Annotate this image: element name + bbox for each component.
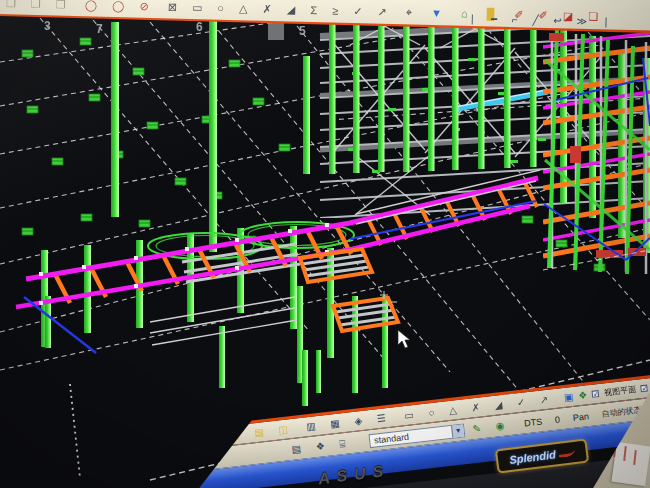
platform-frames	[300, 249, 398, 331]
svg-text:6: 6	[196, 20, 203, 34]
view-plane-label: 视图平面	[604, 384, 637, 399]
splendid-sticker-text: Splendid	[509, 448, 557, 466]
render-icons[interactable]: ✎ ◉	[472, 419, 511, 434]
paper-slip	[611, 442, 650, 486]
svg-text:5: 5	[299, 24, 306, 38]
mouse-cursor-icon	[398, 330, 410, 348]
status-count: 0	[554, 414, 560, 425]
chevron-down-icon[interactable]: ▾	[451, 424, 464, 437]
clash-check-icons[interactable]: ◯ ◯ ⊘	[85, 0, 155, 12]
monitor-photo: 3 7 6 5	[0, 0, 650, 488]
file-tools-icons[interactable]: ❐ ❐ ❐	[6, 0, 72, 10]
svg-text:7: 7	[96, 22, 103, 36]
view-plane-checkbox[interactable]: ✓	[592, 390, 600, 398]
svg-text:3: 3	[44, 19, 51, 33]
ortho-btn-icon[interactable]: ❖	[578, 389, 588, 401]
filter-icon[interactable]: ▼	[431, 7, 448, 19]
search-icon[interactable]: ⌖	[406, 6, 418, 18]
beam-create-icons[interactable]: ❘ ━ ⌐ ╱ ↩ ≫ ❘	[468, 13, 616, 27]
plane-btn-icon[interactable]: ▣	[563, 391, 574, 403]
work-plane-checkbox[interactable]: ✓	[641, 384, 649, 392]
status-dts: DTS	[524, 416, 543, 428]
status-pan: Pan	[572, 411, 589, 423]
walkway-beams	[16, 170, 540, 307]
phase-icons[interactable]: ▤ ❖ ⌸	[291, 437, 352, 456]
toolbar-row-secondary: ❘ ━ ⌐ ╱ ↩ ≫ ❘	[468, 13, 626, 28]
sticker-swoosh-decoration	[557, 448, 575, 457]
draw-shape-icons[interactable]: ⊠ ▭ ○ △ ✗ ◢ Σ ≥ ✓ ↗	[168, 1, 393, 18]
